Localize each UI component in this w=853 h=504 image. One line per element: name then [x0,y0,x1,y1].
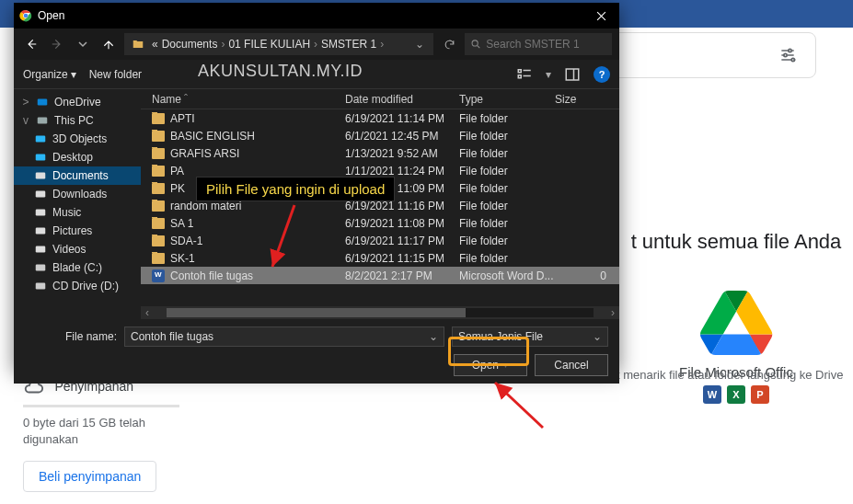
file-row[interactable]: PA1/11/2021 11:24 PMFile folder [141,162,619,179]
folder-icon [132,38,144,51]
chrome-app-icon [19,9,32,22]
col-date[interactable]: Date modified [345,93,459,106]
sidebar-item-blade-c-[interactable]: Blade (C:) [14,258,141,277]
col-type[interactable]: Type [459,93,555,106]
sidebar-item-label: Downloads [52,188,107,200]
sidebar-item-label: 3D Objects [52,132,107,145]
file-name: Contoh file tugas [170,269,253,282]
close-button[interactable] [588,6,614,26]
new-folder-button[interactable]: New folder [89,68,142,81]
breadcrumb-seg-2[interactable]: SMSTER 1 [321,38,376,51]
pics-icon [34,224,47,237]
filename-label: File name: [25,330,117,343]
folder-icon [152,183,165,194]
chevron-down-icon[interactable]: ⌄ [429,330,438,343]
sidebar-item-cd-drive-d-[interactable]: CD Drive (D:) [14,277,141,295]
svg-point-1 [784,53,787,56]
forward-button[interactable] [47,34,67,54]
file-row[interactable]: BASIC ENGLISH6/1/2021 12:45 PMFile folde… [141,127,619,144]
file-name: BASIC ENGLISH [170,130,255,143]
sidebar-item-label: Music [52,206,81,219]
sidebar-item-pictures[interactable]: Pictures [14,222,141,240]
svg-rect-14 [36,228,46,235]
file-name: random materi [170,200,241,212]
breadcrumb-prefix[interactable]: « [152,38,158,51]
music-icon [34,206,47,219]
search-icon [470,38,481,51]
sidebar-item-onedrive[interactable]: >OneDrive [14,93,141,111]
sidebar-item-this-pc[interactable]: vThis PC [14,111,141,130]
horizontal-scrollbar[interactable]: ‹ › [141,306,619,319]
sidebar-item-3d-objects[interactable]: 3D Objects [14,130,141,148]
scroll-left-icon[interactable]: ‹ [141,306,154,319]
file-name: APTI [170,112,195,125]
file-date: 6/19/2021 11:16 PM [345,200,459,212]
svg-rect-12 [36,191,46,198]
file-type: File folder [459,147,555,160]
help-button[interactable]: ? [594,66,610,83]
tune-icon[interactable] [778,46,797,64]
filename-input[interactable]: Contoh file tugas ⌄ [124,326,444,347]
view-details-icon[interactable] [516,66,533,83]
google-drive-icon [699,291,773,355]
breadcrumb[interactable]: « Documents› 01 FILE KULIAH› SMSTER 1› ⌄ [124,33,433,55]
file-row[interactable]: SK-16/19/2021 11:15 PMFile folder [141,249,619,267]
breadcrumb-seg-0[interactable]: Documents [162,38,218,51]
scroll-right-icon[interactable]: › [606,306,619,319]
file-type: File folder [459,182,555,195]
svg-point-0 [789,49,791,52]
file-type: File folder [459,165,555,178]
breadcrumb-seg-1[interactable]: 01 FILE KULIAH [228,38,310,51]
search-input[interactable] [486,38,606,51]
cancel-button[interactable]: Cancel [535,354,608,376]
file-type: Microsoft Word D... [459,269,555,282]
sidebar-item-music[interactable]: Music [14,203,141,222]
svg-rect-6 [566,69,579,80]
file-row[interactable]: APTI6/19/2021 11:14 PMFile folder [141,109,619,127]
dialog-titlebar[interactable]: Open [14,3,619,29]
file-list[interactable]: APTI6/19/2021 11:14 PMFile folderBASIC E… [141,109,619,284]
file-type: File folder [459,235,555,247]
file-name: GRAFIS ARSI [170,147,239,160]
refresh-button[interactable] [439,34,459,54]
file-row[interactable]: GRAFIS ARSI1/13/2021 9:52 AMFile folder [141,144,619,162]
file-row[interactable]: Contoh file tugas8/2/2021 2:17 PMMicroso… [141,267,619,284]
sidebar-tree[interactable]: >OneDrivevThis PC3D ObjectsDesktopDocume… [14,89,141,319]
file-type: File folder [459,252,555,265]
organize-menu[interactable]: Organize ▾ [23,68,76,81]
file-type: File folder [459,112,555,125]
up-button[interactable] [98,34,119,54]
svg-rect-17 [36,283,46,290]
preview-pane-icon[interactable] [564,66,581,83]
sidebar-item-videos[interactable]: Videos [14,240,141,258]
open-button[interactable]: Open ▼ [454,354,527,376]
col-size[interactable]: Size [555,93,619,106]
search-box[interactable] [465,33,612,55]
buy-storage-button[interactable]: Beli penyimpanan [23,461,156,492]
sidebar-item-label: This PC [54,114,94,127]
view-dropdown[interactable]: ▾ [546,68,551,81]
word-doc-icon [152,269,165,282]
sidebar-item-desktop[interactable]: Desktop [14,148,141,166]
col-name[interactable]: Name ˆ [141,93,345,106]
file-row[interactable]: PK6/19/2021 11:09 PMFile folder [141,179,619,197]
file-row[interactable]: SDA-16/19/2021 11:17 PMFile folder [141,232,619,249]
breadcrumb-dropdown[interactable]: ⌄ [413,38,426,51]
drive-headline: t untuk semua file Anda [626,230,847,254]
chevron-down-icon[interactable]: ⌄ [593,330,602,343]
scroll-thumb[interactable] [167,308,466,317]
file-row[interactable]: random materi6/19/2021 11:16 PMFile fold… [141,197,619,214]
file-row[interactable]: SA 16/19/2021 11:08 PMFile folder [141,214,619,232]
recent-dropdown[interactable] [73,34,93,54]
list-header[interactable]: Name ˆ Date modified Type Size [141,89,619,109]
pc-icon [36,114,49,127]
svg-point-5 [472,40,478,46]
back-button[interactable] [21,34,41,54]
file-date: 8/2/2021 2:17 PM [345,269,459,282]
sidebar-item-documents[interactable]: Documents [14,166,141,185]
file-name: SK-1 [170,252,195,265]
filetype-select[interactable]: Semua Jenis File ⌄ [452,326,608,347]
file-date: 1/11/2021 11:24 PM [345,165,459,178]
sidebar-item-downloads[interactable]: Downloads [14,185,141,203]
arrow-left-icon [25,38,38,51]
